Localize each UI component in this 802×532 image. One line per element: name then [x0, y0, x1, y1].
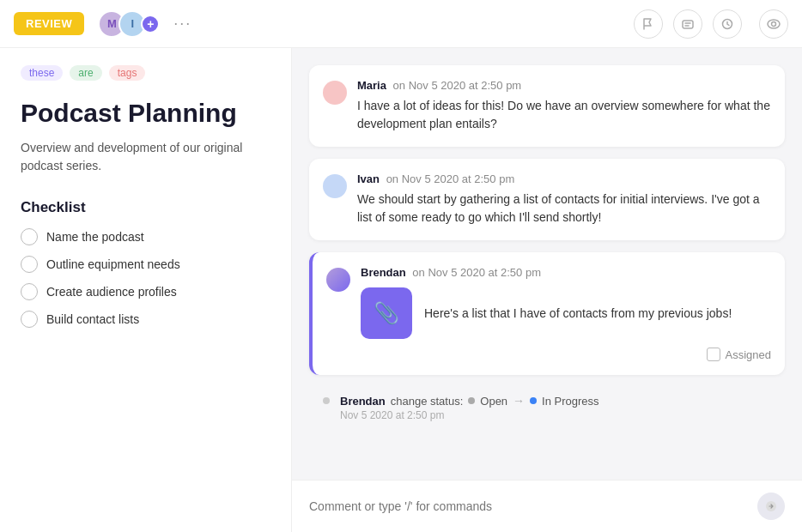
check-circle-2[interactable] — [21, 256, 38, 273]
eye-tab[interactable] — [759, 9, 788, 39]
status-row: Brendan change status: Open → In Progres… — [323, 394, 771, 408]
page-title: Podcast Planning — [21, 98, 270, 129]
comment-card: Ivan on Nov 5 2020 at 2:50 pm We should … — [309, 159, 785, 240]
tags-row: these are tags — [21, 65, 270, 81]
tag-these[interactable]: these — [21, 65, 63, 81]
comment-author-brendan: Brendan — [361, 266, 406, 279]
more-options-button[interactable]: ··· — [173, 15, 191, 33]
attachment-text: Here's a list that I have of contacts fr… — [424, 305, 732, 323]
checklist-item[interactable]: Outline equipment needs — [21, 256, 270, 273]
check-circle-1[interactable] — [21, 228, 38, 245]
checklist-label-3: Create audience profiles — [46, 285, 177, 299]
status-bullet — [323, 397, 330, 404]
status-author: Brendan — [340, 395, 386, 408]
clock-tab[interactable] — [713, 9, 742, 39]
status-from: Open — [480, 395, 507, 408]
avatar-group: M I + — [98, 10, 160, 38]
card-tab[interactable] — [673, 9, 702, 39]
right-panel: Maria on Nov 5 2020 at 2:50 pm I have a … — [292, 48, 802, 532]
comment-timestamp-brendan: on Nov 5 2020 at 2:50 pm — [412, 266, 541, 279]
topbar: REVIEW M I + ··· — [0, 0, 802, 48]
comment-avatar-ivan — [323, 174, 347, 198]
checklist-label-4: Build contact lists — [46, 312, 139, 326]
status-action: change status: — [391, 395, 464, 408]
page-description: Overview and development of our original… — [21, 139, 270, 175]
main-layout: these are tags Podcast Planning Overview… — [0, 48, 802, 532]
comments-area: Maria on Nov 5 2020 at 2:50 pm I have a … — [292, 48, 802, 480]
comment-avatar-brendan — [326, 268, 350, 292]
checklist-item[interactable]: Build contact lists — [21, 311, 270, 328]
comment-timestamp-ivan: on Nov 5 2020 at 2:50 pm — [386, 172, 515, 185]
status-to: In Progress — [542, 395, 598, 408]
comment-text-maria: I have a lot of ideas for this! Do we ha… — [357, 97, 771, 133]
checklist-title: Checklist — [21, 199, 270, 216]
status-change: Brendan change status: Open → In Progres… — [309, 387, 785, 428]
status-arrow-icon: → — [513, 394, 525, 408]
svg-point-2 — [768, 20, 780, 28]
attachment-block: 📎 Here's a list that I have of contacts … — [361, 287, 771, 339]
comment-header-ivan: Ivan on Nov 5 2020 at 2:50 pm — [357, 172, 771, 185]
comment-timestamp-maria: on Nov 5 2020 at 2:50 pm — [393, 79, 522, 92]
comment-body-brendan: Brendan on Nov 5 2020 at 2:50 pm 📎 Here'… — [361, 266, 771, 361]
assigned-checkbox[interactable] — [707, 348, 720, 361]
topbar-right — [634, 9, 788, 39]
checklist-item[interactable]: Name the podcast — [21, 228, 270, 245]
status-dot-open — [468, 397, 475, 404]
comment-author-ivan: Ivan — [357, 172, 380, 185]
review-button[interactable]: REVIEW — [14, 12, 84, 35]
comment-text-ivan: We should start by gathering a list of c… — [357, 190, 771, 227]
check-circle-3[interactable] — [21, 283, 38, 300]
svg-point-3 — [772, 21, 776, 26]
comment-header-brendan: Brendan on Nov 5 2020 at 2:50 pm — [361, 266, 771, 279]
comment-body-ivan: Ivan on Nov 5 2020 at 2:50 pm We should … — [357, 172, 771, 227]
add-avatar-button[interactable]: + — [141, 15, 160, 33]
svg-rect-0 — [683, 21, 693, 28]
comment-card: Maria on Nov 5 2020 at 2:50 pm I have a … — [309, 65, 785, 147]
tag-are[interactable]: are — [70, 65, 101, 81]
comment-header-maria: Maria on Nov 5 2020 at 2:50 pm — [357, 79, 771, 92]
status-dot-inprogress — [530, 397, 537, 404]
comment-body-maria: Maria on Nov 5 2020 at 2:50 pm I have a … — [357, 79, 771, 133]
check-circle-4[interactable] — [21, 311, 38, 328]
assigned-row: Assigned — [361, 348, 771, 361]
checklist-item[interactable]: Create audience profiles — [21, 283, 270, 300]
left-panel: these are tags Podcast Planning Overview… — [0, 48, 292, 532]
checklist-label-1: Name the podcast — [46, 230, 144, 244]
status-time: Nov 5 2020 at 2:50 pm — [323, 409, 771, 421]
comment-author-maria: Maria — [357, 79, 386, 92]
comment-input-area — [292, 480, 802, 532]
tag-tags[interactable]: tags — [109, 65, 146, 81]
assigned-label: Assigned — [726, 348, 771, 361]
checklist-label-2: Outline equipment needs — [46, 257, 180, 271]
comment-avatar-maria — [323, 81, 347, 105]
flag-tab[interactable] — [634, 9, 663, 39]
comment-card-brendan: Brendan on Nov 5 2020 at 2:50 pm 📎 Here'… — [309, 252, 785, 375]
comment-input[interactable] — [309, 499, 747, 513]
attachment-icon[interactable]: 📎 — [361, 287, 412, 339]
send-button[interactable] — [757, 493, 785, 520]
